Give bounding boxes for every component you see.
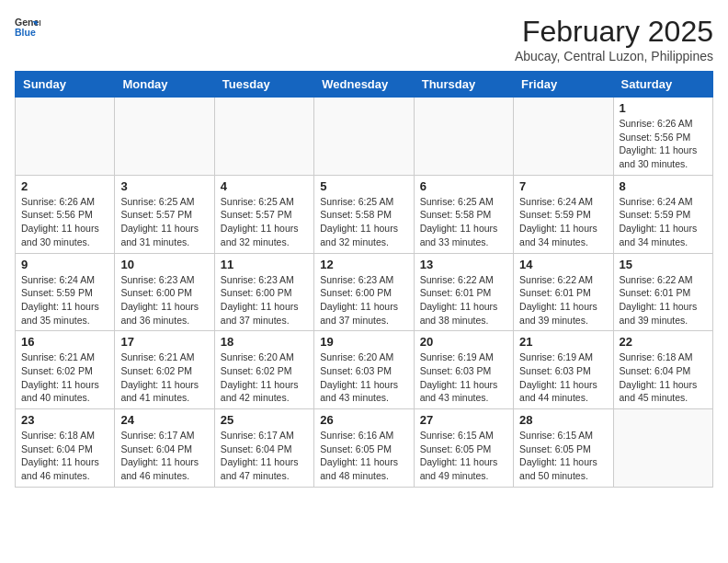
day-number: 4 bbox=[221, 179, 308, 193]
day-number: 26 bbox=[320, 413, 407, 427]
calendar-cell: 15Sunrise: 6:22 AM Sunset: 6:01 PM Dayli… bbox=[613, 253, 712, 331]
calendar-cell: 26Sunrise: 6:16 AM Sunset: 6:05 PM Dayli… bbox=[314, 409, 414, 488]
weekday-header-saturday: Saturday bbox=[613, 72, 712, 98]
calendar-cell bbox=[514, 98, 613, 176]
day-number: 22 bbox=[620, 335, 707, 349]
title-block: February 2025 Abucay, Central Luzon, Phi… bbox=[515, 15, 713, 63]
calendar-cell: 22Sunrise: 6:18 AM Sunset: 6:04 PM Dayli… bbox=[613, 331, 712, 409]
calendar-cell: 4Sunrise: 6:25 AM Sunset: 5:57 PM Daylig… bbox=[214, 175, 313, 253]
calendar-cell: 23Sunrise: 6:18 AM Sunset: 6:04 PM Dayli… bbox=[16, 409, 115, 488]
calendar-cell: 8Sunrise: 6:24 AM Sunset: 5:59 PM Daylig… bbox=[613, 175, 712, 253]
day-number: 21 bbox=[519, 335, 607, 349]
calendar-cell: 28Sunrise: 6:15 AM Sunset: 6:05 PM Dayli… bbox=[514, 409, 613, 488]
day-info: Sunrise: 6:20 AM Sunset: 6:02 PM Dayligh… bbox=[221, 350, 308, 405]
calendar-cell: 27Sunrise: 6:15 AM Sunset: 6:05 PM Dayli… bbox=[414, 409, 513, 488]
weekday-header-row: SundayMondayTuesdayWednesdayThursdayFrid… bbox=[16, 72, 713, 98]
day-number: 14 bbox=[519, 258, 607, 271]
day-info: Sunrise: 6:25 AM Sunset: 5:57 PM Dayligh… bbox=[120, 195, 208, 249]
day-number: 1 bbox=[620, 101, 707, 115]
calendar-week-row: 2Sunrise: 6:26 AM Sunset: 5:56 PM Daylig… bbox=[16, 175, 713, 253]
calendar-cell: 17Sunrise: 6:21 AM Sunset: 6:02 PM Dayli… bbox=[115, 331, 214, 409]
calendar-cell bbox=[414, 98, 513, 176]
day-number: 25 bbox=[221, 413, 308, 427]
day-number: 18 bbox=[221, 335, 308, 349]
page-header: General Blue February 2025 Abucay, Centr… bbox=[15, 15, 713, 63]
month-year: February 2025 bbox=[515, 15, 713, 49]
day-number: 16 bbox=[21, 335, 108, 349]
day-number: 20 bbox=[420, 335, 507, 349]
day-info: Sunrise: 6:22 AM Sunset: 6:01 PM Dayligh… bbox=[420, 273, 507, 327]
day-number: 12 bbox=[320, 258, 407, 271]
day-info: Sunrise: 6:15 AM Sunset: 6:05 PM Dayligh… bbox=[420, 429, 507, 483]
day-number: 17 bbox=[120, 335, 208, 349]
day-info: Sunrise: 6:18 AM Sunset: 6:04 PM Dayligh… bbox=[21, 429, 108, 483]
day-info: Sunrise: 6:21 AM Sunset: 6:02 PM Dayligh… bbox=[120, 350, 208, 405]
logo: General Blue bbox=[15, 15, 40, 40]
day-info: Sunrise: 6:25 AM Sunset: 5:57 PM Dayligh… bbox=[221, 195, 308, 249]
day-info: Sunrise: 6:16 AM Sunset: 6:05 PM Dayligh… bbox=[320, 429, 407, 483]
calendar-cell: 21Sunrise: 6:19 AM Sunset: 6:03 PM Dayli… bbox=[514, 331, 613, 409]
calendar-cell: 3Sunrise: 6:25 AM Sunset: 5:57 PM Daylig… bbox=[115, 175, 214, 253]
svg-text:Blue: Blue bbox=[15, 27, 36, 38]
weekday-header-thursday: Thursday bbox=[414, 72, 513, 98]
day-info: Sunrise: 6:22 AM Sunset: 6:01 PM Dayligh… bbox=[519, 273, 607, 327]
weekday-header-sunday: Sunday bbox=[16, 72, 115, 98]
calendar-table: SundayMondayTuesdayWednesdayThursdayFrid… bbox=[15, 71, 713, 488]
day-info: Sunrise: 6:17 AM Sunset: 6:04 PM Dayligh… bbox=[120, 429, 208, 483]
day-info: Sunrise: 6:24 AM Sunset: 5:59 PM Dayligh… bbox=[519, 195, 607, 249]
day-info: Sunrise: 6:22 AM Sunset: 6:01 PM Dayligh… bbox=[620, 273, 707, 327]
weekday-header-monday: Monday bbox=[115, 72, 214, 98]
calendar-cell: 12Sunrise: 6:23 AM Sunset: 6:00 PM Dayli… bbox=[314, 253, 414, 331]
calendar-cell bbox=[314, 98, 414, 176]
calendar-cell bbox=[214, 98, 313, 176]
day-info: Sunrise: 6:20 AM Sunset: 6:03 PM Dayligh… bbox=[320, 350, 407, 405]
day-info: Sunrise: 6:21 AM Sunset: 6:02 PM Dayligh… bbox=[21, 350, 108, 405]
day-info: Sunrise: 6:18 AM Sunset: 6:04 PM Dayligh… bbox=[620, 350, 707, 405]
calendar-cell: 25Sunrise: 6:17 AM Sunset: 6:04 PM Dayli… bbox=[214, 409, 313, 488]
weekday-header-tuesday: Tuesday bbox=[214, 72, 313, 98]
calendar-cell: 6Sunrise: 6:25 AM Sunset: 5:58 PM Daylig… bbox=[414, 175, 513, 253]
calendar-week-row: 9Sunrise: 6:24 AM Sunset: 5:59 PM Daylig… bbox=[16, 253, 713, 331]
day-number: 23 bbox=[21, 413, 108, 427]
day-info: Sunrise: 6:19 AM Sunset: 6:03 PM Dayligh… bbox=[420, 350, 507, 405]
day-number: 28 bbox=[519, 413, 607, 427]
calendar-week-row: 23Sunrise: 6:18 AM Sunset: 6:04 PM Dayli… bbox=[16, 409, 713, 488]
calendar-week-row: 1Sunrise: 6:26 AM Sunset: 5:56 PM Daylig… bbox=[16, 98, 713, 176]
day-number: 5 bbox=[320, 179, 407, 193]
day-number: 13 bbox=[420, 258, 507, 271]
day-number: 27 bbox=[420, 413, 507, 427]
day-info: Sunrise: 6:24 AM Sunset: 5:59 PM Dayligh… bbox=[21, 273, 108, 327]
calendar-cell: 10Sunrise: 6:23 AM Sunset: 6:00 PM Dayli… bbox=[115, 253, 214, 331]
day-number: 9 bbox=[21, 258, 108, 271]
day-info: Sunrise: 6:25 AM Sunset: 5:58 PM Dayligh… bbox=[320, 195, 407, 249]
day-number: 10 bbox=[120, 258, 208, 271]
calendar-cell: 1Sunrise: 6:26 AM Sunset: 5:56 PM Daylig… bbox=[613, 98, 712, 176]
day-number: 19 bbox=[320, 335, 407, 349]
day-info: Sunrise: 6:15 AM Sunset: 6:05 PM Dayligh… bbox=[519, 429, 607, 483]
logo-icon: General Blue bbox=[15, 15, 40, 40]
day-number: 2 bbox=[21, 179, 108, 193]
calendar-cell: 2Sunrise: 6:26 AM Sunset: 5:56 PM Daylig… bbox=[16, 175, 115, 253]
day-number: 11 bbox=[221, 258, 308, 271]
day-number: 3 bbox=[120, 179, 208, 193]
location: Abucay, Central Luzon, Philippines bbox=[515, 49, 713, 63]
day-number: 6 bbox=[420, 179, 507, 193]
day-number: 15 bbox=[620, 258, 707, 271]
day-info: Sunrise: 6:26 AM Sunset: 5:56 PM Dayligh… bbox=[21, 195, 108, 249]
calendar-cell: 11Sunrise: 6:23 AM Sunset: 6:00 PM Dayli… bbox=[214, 253, 313, 331]
calendar-cell bbox=[16, 98, 115, 176]
calendar-cell bbox=[115, 98, 214, 176]
day-info: Sunrise: 6:19 AM Sunset: 6:03 PM Dayligh… bbox=[519, 350, 607, 405]
calendar-cell bbox=[613, 409, 712, 488]
calendar-cell: 7Sunrise: 6:24 AM Sunset: 5:59 PM Daylig… bbox=[514, 175, 613, 253]
day-info: Sunrise: 6:26 AM Sunset: 5:56 PM Dayligh… bbox=[620, 117, 707, 171]
day-info: Sunrise: 6:24 AM Sunset: 5:59 PM Dayligh… bbox=[620, 195, 707, 249]
weekday-header-wednesday: Wednesday bbox=[314, 72, 414, 98]
calendar-cell: 9Sunrise: 6:24 AM Sunset: 5:59 PM Daylig… bbox=[16, 253, 115, 331]
weekday-header-friday: Friday bbox=[514, 72, 613, 98]
day-info: Sunrise: 6:23 AM Sunset: 6:00 PM Dayligh… bbox=[120, 273, 208, 327]
calendar-week-row: 16Sunrise: 6:21 AM Sunset: 6:02 PM Dayli… bbox=[16, 331, 713, 409]
calendar-cell: 19Sunrise: 6:20 AM Sunset: 6:03 PM Dayli… bbox=[314, 331, 414, 409]
calendar-cell: 14Sunrise: 6:22 AM Sunset: 6:01 PM Dayli… bbox=[514, 253, 613, 331]
day-info: Sunrise: 6:23 AM Sunset: 6:00 PM Dayligh… bbox=[320, 273, 407, 327]
